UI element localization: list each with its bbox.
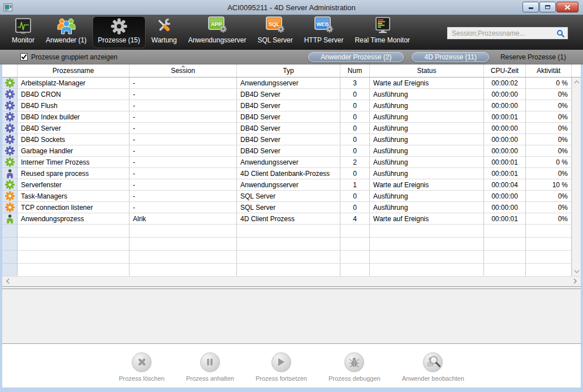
group-processes-checkbox[interactable]: Prozesse gruppiert anzeigen <box>20 53 118 61</box>
action-label: Anwender beobachten <box>402 375 464 382</box>
gear-blue-icon <box>5 101 15 110</box>
column-header-type[interactable]: Typ <box>237 64 340 77</box>
debug-process-button[interactable]: Prozess debuggen <box>329 352 381 382</box>
table-row[interactable]: AnwendungsprozessAlrik4D Client Prozess4… <box>2 213 572 225</box>
cell-session: - <box>129 89 237 100</box>
table-row[interactable]: Arbeitsplatz-Manager-Anwendungsserver3Wa… <box>2 77 572 89</box>
toolbar-item-wartung[interactable]: Wartung <box>146 16 182 48</box>
cell-activity: 0% <box>526 191 572 202</box>
toolbar-item-anwender[interactable]: Anwender (1) <box>41 16 92 48</box>
action-label: Prozess debuggen <box>329 375 381 382</box>
cell-empty <box>484 251 526 264</box>
cell-empty <box>237 264 340 276</box>
cell-type: Anwendungsserver <box>237 77 340 89</box>
toolbar-items: MonitorAnwender (1)Prozesse (15)WartungA… <box>7 15 415 50</box>
column-header-activity[interactable]: Aktivität <box>526 64 572 77</box>
minimize-icon <box>528 5 534 10</box>
filter-button-4d-prozesse[interactable]: 4D Prozesse (11) <box>412 52 489 62</box>
table-row[interactable]: Serverfenster-Anwendungsserver1Warte auf… <box>2 179 572 191</box>
table-body: Arbeitsplatz-Manager-Anwendungsserver3Wa… <box>2 77 572 276</box>
scroll-right-icon[interactable] <box>573 278 577 284</box>
table-row[interactable]: Garbage Handler-DB4D Server0Ausführung00… <box>2 145 572 157</box>
process-filter-buttons: Anwender Prozesse (2)4D Prozesse (11) Re… <box>308 52 566 62</box>
search-icon[interactable] <box>556 29 564 37</box>
cell-activity: 0% <box>526 145 572 157</box>
toolbar-item-label: Monitor <box>12 36 34 44</box>
scroll-up-icon[interactable] <box>574 80 580 84</box>
header-scroll-filler <box>572 64 581 77</box>
cell-status: Ausführung <box>370 191 484 202</box>
filter-bar: Prozesse gruppiert anzeigen Anwender Pro… <box>0 50 583 64</box>
cell-empty <box>129 225 237 238</box>
cell-status: Ausführung <box>370 145 484 157</box>
cell-empty <box>370 238 484 251</box>
cell-num: 4 <box>340 213 370 225</box>
cell-cpu: 00:00:01 <box>484 213 526 225</box>
cell-cpu: 00:00:00 <box>484 145 526 157</box>
cell-session: - <box>129 111 237 123</box>
process-action-bar: Prozess löschenProzess anhaltenProzess f… <box>2 344 581 387</box>
user-green-icon <box>6 214 14 223</box>
toolbar-item-sql-server[interactable]: SQLSQL Server <box>252 16 297 48</box>
cell-session: Alrik <box>129 213 237 225</box>
toolbar-item-prozesse[interactable]: Prozesse (15) <box>93 16 145 48</box>
cell-cpu: 00:00:00 <box>484 191 526 202</box>
cell-status: Ausführung <box>370 123 484 134</box>
cell-status: Ausführung <box>370 157 484 168</box>
pause-process-button[interactable]: Prozess anhalten <box>186 352 234 382</box>
table-row[interactable]: DB4D Flush-DB4D Server0Ausführung00:00:0… <box>2 100 572 111</box>
close-button[interactable] <box>556 2 578 12</box>
cell-icon <box>2 225 18 238</box>
column-header-num[interactable]: Num <box>340 64 370 77</box>
cell-num: 0 <box>340 145 370 157</box>
toolbar-item-real-time-monitor[interactable]: Real Time Monitor <box>349 16 414 48</box>
cell-icon <box>2 89 18 100</box>
table-row[interactable]: DB4D Sockets-DB4D Server0Ausführung00:00… <box>2 134 572 145</box>
cell-icon <box>2 157 18 168</box>
cell-status: Ausführung <box>370 100 484 111</box>
column-header-cpu[interactable]: CPU-Zeit <box>484 64 526 77</box>
cell-activity: 0 % <box>526 157 572 168</box>
cell-session: - <box>129 179 237 191</box>
titlebar[interactable]: ACI0095211 - 4D Server Administration <box>0 0 583 15</box>
cell-num: 0 <box>340 89 370 100</box>
cell-name: Reused spare process <box>18 168 129 179</box>
table-row[interactable]: DB4D CRON-DB4D Server0Ausführung00:00:00… <box>2 89 572 100</box>
table-row[interactable]: TCP connection listener-SQL Server0Ausfü… <box>2 202 572 213</box>
resume-process-button[interactable]: Prozess fortsetzen <box>256 352 307 382</box>
minimize-button[interactable] <box>522 2 539 12</box>
cell-activity: 0% <box>526 213 572 225</box>
table-row[interactable]: Task-Managers-SQL Server0Ausführung00:00… <box>2 191 572 202</box>
column-header-status[interactable]: Status <box>370 64 484 77</box>
cell-empty <box>18 225 129 238</box>
column-header-session[interactable]: Session <box>129 64 237 77</box>
close-icon <box>564 5 571 10</box>
cell-session: - <box>129 191 237 202</box>
vertical-scrollbar[interactable] <box>572 77 581 276</box>
scroll-left-icon[interactable] <box>6 278 10 284</box>
cell-cpu: 00:00:00 <box>484 202 526 213</box>
scroll-down-icon[interactable] <box>574 270 580 273</box>
cell-name: DB4D Server <box>18 123 129 134</box>
table-row-empty <box>2 251 572 264</box>
gear-blue-icon <box>5 146 15 156</box>
toolbar-item-monitor[interactable]: Monitor <box>7 16 40 48</box>
toolbar-item-anwendungsserver[interactable]: APPAnwendungsserver <box>183 16 252 48</box>
column-header-name[interactable]: Prozessname <box>18 64 129 77</box>
maximize-button[interactable] <box>539 2 556 12</box>
filter-button-anwender-prozesse[interactable]: Anwender Prozesse (2) <box>308 52 404 62</box>
table-row[interactable]: DB4D Server-DB4D Server0Ausführung00:00:… <box>2 123 572 134</box>
user-purple-icon <box>6 169 14 178</box>
table-row[interactable]: Reused spare process-4D Client Datenbank… <box>2 168 572 179</box>
toolbar-item-http-server[interactable]: WEBHTTP Server <box>299 16 349 48</box>
table-row-empty <box>2 238 572 251</box>
cell-type: 4D Client Prozess <box>237 213 340 225</box>
watch-process-button[interactable]: Anwender beobachten <box>402 352 464 382</box>
cell-empty <box>129 264 237 276</box>
table-row[interactable]: DB4D Index builder-DB4D Server0Ausführun… <box>2 111 572 123</box>
delete-process-button[interactable]: Prozess löschen <box>119 352 165 382</box>
table-row[interactable]: Interner Timer Prozess-Anwendungsserver2… <box>2 157 572 168</box>
search-input[interactable] <box>447 29 556 37</box>
horizontal-scrollbar[interactable] <box>2 276 581 286</box>
cell-empty <box>340 225 370 238</box>
